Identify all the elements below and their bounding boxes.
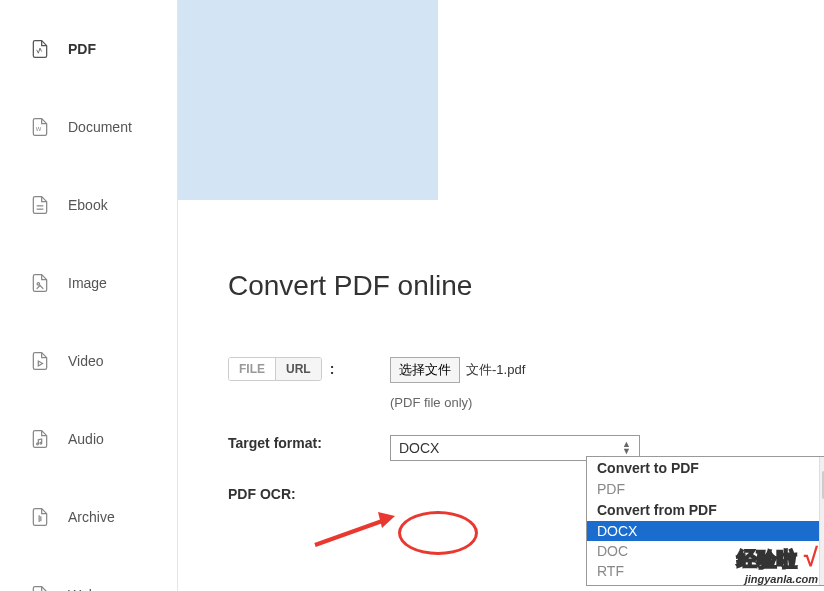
video-icon — [30, 351, 50, 371]
target-format-value: DOCX — [399, 440, 439, 456]
dropdown-scrollbar[interactable]: ▲ ▼ — [819, 457, 824, 585]
file-hint: (PDF file only) — [390, 395, 824, 410]
svg-point-5 — [37, 443, 39, 445]
sidebar-item-label: Image — [68, 275, 107, 291]
sidebar-item-image[interactable]: Image — [0, 259, 177, 307]
dropdown-option-doc[interactable]: DOC — [587, 541, 824, 561]
svg-text:W: W — [36, 126, 42, 132]
ad-placeholder — [178, 0, 438, 200]
image-icon — [30, 273, 50, 293]
page-title: Convert PDF online — [228, 270, 824, 302]
pdf-ocr-label: PDF OCR: — [228, 486, 390, 502]
sidebar-item-label: PDF — [68, 41, 96, 57]
dropdown-option-pdf[interactable]: PDF — [587, 479, 824, 499]
sidebar: PDF W Document Ebook Image Video Audio — [0, 0, 178, 591]
svg-point-6 — [40, 442, 42, 444]
target-format-dropdown: Convert to PDF PDF Convert from PDF DOCX… — [586, 456, 824, 586]
sidebar-item-label: Video — [68, 353, 104, 369]
svg-marker-4 — [38, 361, 42, 366]
sidebar-item-label: Ebook — [68, 197, 108, 213]
dropdown-option-xls[interactable]: XLS — [587, 581, 824, 585]
dropdown-group-from-pdf: Convert from PDF — [587, 499, 824, 521]
archive-icon — [30, 507, 50, 527]
choose-file-button[interactable]: 选择文件 — [390, 357, 460, 383]
ebook-icon — [30, 195, 50, 215]
file-tab[interactable]: FILE — [229, 358, 276, 380]
sidebar-item-document[interactable]: W Document — [0, 103, 177, 151]
sidebar-item-label: Webpage — [68, 587, 128, 591]
file-url-toggle: FILE URL — [228, 357, 322, 381]
sidebar-item-audio[interactable]: Audio — [0, 415, 177, 463]
document-icon: W — [30, 117, 50, 137]
scroll-up-icon[interactable]: ▲ — [820, 457, 824, 471]
main-content: Convert PDF online FILE URL : 选择文件 文件-1.… — [178, 0, 824, 591]
select-arrows-icon: ▲▼ — [622, 441, 631, 455]
url-tab[interactable]: URL — [276, 358, 321, 380]
pdf-icon — [30, 39, 50, 59]
colon-label: : — [330, 361, 335, 377]
sidebar-item-label: Audio — [68, 431, 104, 447]
chosen-filename: 文件-1.pdf — [466, 361, 525, 379]
sidebar-item-label: Document — [68, 119, 132, 135]
webpage-icon — [30, 585, 50, 591]
sidebar-item-archive[interactable]: Archive — [0, 493, 177, 541]
dropdown-option-docx[interactable]: DOCX — [587, 521, 824, 541]
sidebar-item-video[interactable]: Video — [0, 337, 177, 385]
scroll-down-icon[interactable]: ▼ — [820, 571, 824, 585]
sidebar-item-ebook[interactable]: Ebook — [0, 181, 177, 229]
dropdown-group-to-pdf: Convert to PDF — [587, 457, 824, 479]
sidebar-item-webpage[interactable]: Webpage — [0, 571, 177, 591]
sidebar-item-pdf[interactable]: PDF — [0, 25, 177, 73]
dropdown-option-rtf[interactable]: RTF — [587, 561, 824, 581]
audio-icon — [30, 429, 50, 449]
target-format-label: Target format: — [228, 435, 390, 451]
sidebar-item-label: Archive — [68, 509, 115, 525]
svg-point-3 — [37, 283, 40, 286]
